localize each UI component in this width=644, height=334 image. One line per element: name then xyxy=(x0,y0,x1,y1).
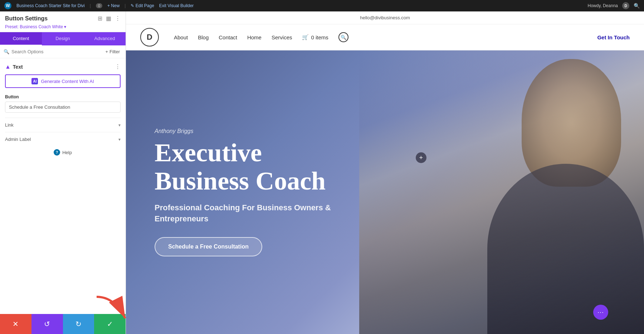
button-field-group: Button xyxy=(5,94,121,113)
nav-cart[interactable]: 🛒 0 items xyxy=(302,34,328,40)
site-name[interactable]: Business Coach Starter Site for Divi xyxy=(16,3,85,8)
cart-text: 0 items xyxy=(311,34,328,40)
reset-button[interactable]: ↺ xyxy=(31,314,63,334)
nav-bar: D About Blog Contact Home Services 🛒 0 i… xyxy=(126,24,644,50)
search-input[interactable] xyxy=(11,49,101,54)
wp-logo-icon[interactable]: W xyxy=(4,2,11,9)
hero-title: Executive Business Coach xyxy=(155,139,348,195)
nav-link-services[interactable]: Services xyxy=(272,34,292,40)
person-body xyxy=(487,164,644,334)
text-section-header: ▲ Text ⋮ xyxy=(5,63,121,70)
nav-link-home[interactable]: Home xyxy=(247,34,262,40)
ai-generate-button[interactable]: AI Generate Content With AI xyxy=(5,74,121,88)
button-field-label: Button xyxy=(5,94,121,99)
help-label: Help xyxy=(62,150,72,155)
howdy-text: Howdy, Deanna xyxy=(588,3,618,8)
nav-link-blog[interactable]: Blog xyxy=(198,34,209,40)
email-link[interactable]: hello@divibusiness.com xyxy=(360,15,410,20)
main-container: Button Settings ⊞ ▦ ⋮ Preset: Business C… xyxy=(0,11,644,334)
edit-page-button[interactable]: ✎ Edit Page xyxy=(131,3,154,8)
panel-bottom-bar: ✕ ↺ ↻ ✓ xyxy=(0,314,126,334)
admin-label-chevron-icon: ▾ xyxy=(118,137,121,142)
panel-title-icons: ⊞ ▦ ⋮ xyxy=(98,15,121,22)
filter-label: Filter xyxy=(109,49,120,54)
person-silhouette xyxy=(359,50,644,334)
user-avatar[interactable]: D xyxy=(622,2,629,9)
search-icon: 🔍 xyxy=(4,49,9,54)
confirm-button[interactable]: ✓ xyxy=(94,314,126,334)
separator: | xyxy=(90,3,91,8)
filter-plus-icon: + xyxy=(106,49,108,54)
nav-search-button[interactable]: 🔍 xyxy=(338,32,348,42)
panel-header: Button Settings ⊞ ▦ ⋮ Preset: Business C… xyxy=(0,11,126,32)
exit-builder-button[interactable]: Exit Visual Builder xyxy=(159,3,194,8)
help-button[interactable]: ? Help xyxy=(54,146,72,158)
hero-subtitle: Professional Coaching For Business Owner… xyxy=(155,202,348,225)
text-section-title: ▲ Text xyxy=(5,64,23,70)
admin-label-section: Admin Label ▾ xyxy=(5,132,121,146)
tab-design[interactable]: Design xyxy=(42,32,84,45)
admin-search-icon[interactable]: 🔍 xyxy=(634,3,640,9)
panel-tabs: Content Design Advanced xyxy=(0,32,126,45)
site-preview: hello@divibusiness.com D About Blog Cont… xyxy=(126,11,644,334)
panel-title: Button Settings xyxy=(5,15,48,22)
hero-author: Anthony Briggs xyxy=(155,128,348,134)
admin-label-section-header[interactable]: Admin Label ▾ xyxy=(5,137,121,142)
link-section-label: Link xyxy=(5,122,14,128)
reset-icon: ↺ xyxy=(44,320,50,328)
link-section-header[interactable]: Link ▾ xyxy=(5,122,121,128)
hero-person-image xyxy=(359,50,644,334)
hero-cta-button[interactable]: Schedule a Free Consultation xyxy=(155,237,262,256)
nav-link-about[interactable]: About xyxy=(174,34,188,40)
search-icon-nav: 🔍 xyxy=(341,35,346,40)
cart-icon: 🛒 xyxy=(302,34,309,40)
redo-button[interactable]: ↻ xyxy=(63,314,94,334)
admin-bar: W Business Coach Starter Site for Divi |… xyxy=(0,0,644,11)
text-section-menu-icon[interactable]: ⋮ xyxy=(115,63,121,70)
link-section: Link ▾ xyxy=(5,118,121,132)
new-button[interactable]: + New xyxy=(107,3,119,8)
tab-content[interactable]: Content xyxy=(0,32,42,45)
nav-links: About Blog Contact Home Services 🛒 0 ite… xyxy=(174,32,586,42)
text-section-label: Text xyxy=(13,64,23,70)
ai-generate-label: Generate Content With AI xyxy=(41,79,94,84)
admin-label-section-label: Admin Label xyxy=(5,137,31,142)
hero-content: Anthony Briggs Executive Business Coach … xyxy=(126,107,376,278)
panel-icon-columns[interactable]: ▦ xyxy=(106,15,111,22)
button-text-input[interactable] xyxy=(5,102,121,113)
panel-content: ▲ Text ⋮ AI Generate Content With AI But… xyxy=(0,58,126,314)
cancel-button[interactable]: ✕ xyxy=(0,314,31,334)
hero-section: Anthony Briggs Executive Business Coach … xyxy=(126,50,644,334)
panel-icon-dots[interactable]: ⋮ xyxy=(115,15,121,22)
dots-menu-button[interactable]: ··· xyxy=(593,305,608,320)
cancel-icon: ✕ xyxy=(13,320,19,328)
tab-advanced[interactable]: Advanced xyxy=(84,32,126,45)
panel-icon-grid[interactable]: ⊞ xyxy=(98,15,102,22)
email-bar: hello@divibusiness.com xyxy=(126,11,644,24)
nav-link-contact[interactable]: Contact xyxy=(219,34,237,40)
panel-preset[interactable]: Preset: Business Coach White ▾ xyxy=(5,24,66,29)
ai-icon: AI xyxy=(31,78,38,84)
comment-count[interactable]: 0 xyxy=(96,3,102,8)
filter-button[interactable]: + Filter xyxy=(103,48,122,55)
panel-search-bar: 🔍 + Filter xyxy=(0,45,126,58)
left-panel: Button Settings ⊞ ▦ ⋮ Preset: Business C… xyxy=(0,11,126,334)
separator2: | xyxy=(125,3,126,8)
text-section-collapse-icon[interactable]: ▲ xyxy=(5,64,11,70)
nav-logo[interactable]: D xyxy=(140,28,159,46)
link-chevron-icon: ▾ xyxy=(118,123,121,128)
help-circle-icon: ? xyxy=(54,149,60,156)
nav-cta-button[interactable]: Get In Touch xyxy=(597,34,630,40)
redo-icon: ↻ xyxy=(75,320,82,328)
confirm-icon: ✓ xyxy=(107,320,113,328)
